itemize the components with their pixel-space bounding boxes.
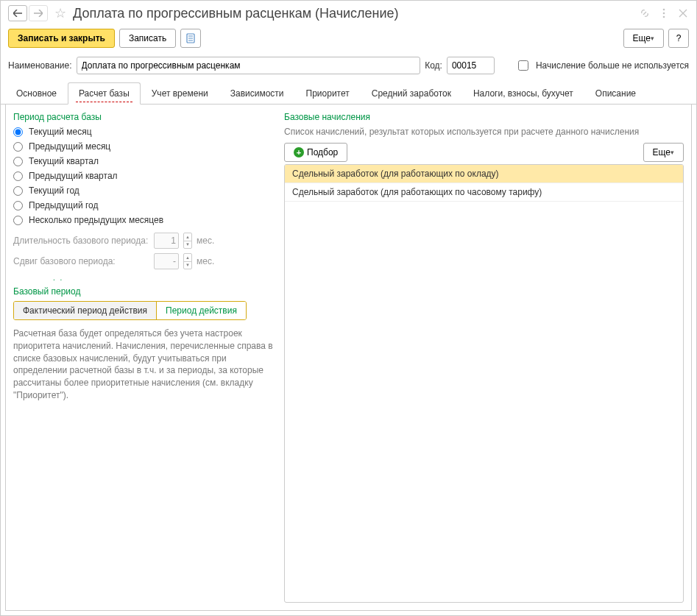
tab-avg[interactable]: Средний заработок	[361, 82, 462, 105]
svg-point-0	[663, 9, 665, 11]
length-input[interactable]	[154, 233, 179, 249]
length-param-row: Длительность базового периода: ▲▼ мес.	[13, 233, 275, 249]
length-unit: мес.	[197, 236, 214, 246]
base-period-toggle: Фактический период действия Период дейст…	[13, 301, 247, 320]
right-column: Базовые начисления Список начислений, ре…	[284, 112, 684, 603]
dotted-separator: . .	[53, 274, 275, 282]
tabs: Основное Расчет базы Учет времени Зависи…	[1, 82, 696, 105]
tab-desc[interactable]: Описание	[584, 82, 647, 105]
tab-time[interactable]: Учет времени	[141, 82, 219, 105]
kebab-menu-icon[interactable]	[658, 7, 670, 19]
help-text: Расчетная база будет определяться без уч…	[13, 328, 275, 402]
close-icon[interactable]	[677, 7, 689, 19]
shift-unit: мес.	[197, 256, 214, 266]
name-input[interactable]	[77, 57, 421, 74]
tab-main[interactable]: Основное	[5, 82, 68, 105]
window-title: Доплата по прогрессивным расценкам (Начи…	[73, 6, 634, 21]
shift-input[interactable]	[154, 253, 179, 269]
content-area: Период расчета базы Текущий месяц Предыд…	[5, 105, 692, 611]
base-period-header: Базовый период	[13, 286, 275, 297]
base-accruals-desc: Список начислений, результат которых исп…	[284, 127, 684, 137]
form-header-row: Наименование: Код: Начисление больше не …	[1, 54, 696, 82]
pick-button[interactable]: + Подбор	[284, 143, 347, 162]
radio-several-months[interactable]: Несколько предыдущих месяцев	[13, 215, 275, 225]
shift-param-row: Сдвиг базового периода: ▲▼ мес.	[13, 253, 275, 269]
svg-point-2	[663, 16, 665, 18]
length-label: Длительность базового периода:	[13, 236, 149, 246]
titlebar: ☆ Доплата по прогрессивным расценкам (На…	[1, 1, 696, 26]
tab-prio[interactable]: Приоритет	[295, 82, 361, 105]
more-button[interactable]: Еще	[623, 29, 664, 48]
radio-prev-quarter[interactable]: Предыдущий квартал	[13, 171, 275, 181]
name-label: Наименование:	[8, 60, 72, 71]
list-toolbar: + Подбор Еще	[284, 143, 684, 162]
left-column: Период расчета базы Текущий месяц Предыд…	[13, 112, 275, 603]
base-accruals-header: Базовые начисления	[284, 112, 684, 122]
plus-icon: +	[294, 147, 304, 157]
shift-label: Сдвиг базового периода:	[13, 256, 149, 266]
report-button[interactable]	[180, 29, 201, 48]
link-icon[interactable]	[639, 7, 651, 19]
favorite-star-icon[interactable]: ☆	[54, 5, 66, 21]
toolbar: Записать и закрыть Записать Еще ?	[1, 26, 696, 54]
code-label: Код:	[425, 60, 442, 71]
nav-back-button[interactable]	[8, 5, 27, 21]
toggle-validity-period[interactable]: Период действия	[156, 302, 246, 319]
svg-point-1	[663, 13, 665, 15]
save-and-close-button[interactable]: Записать и закрыть	[8, 29, 115, 48]
tab-base[interactable]: Расчет базы	[68, 82, 141, 105]
unused-label: Начисление больше не используется	[536, 60, 689, 71]
list-more-button[interactable]: Еще	[643, 143, 684, 162]
radio-current-quarter[interactable]: Текущий квартал	[13, 156, 275, 166]
tab-deps[interactable]: Зависимости	[219, 82, 295, 105]
radio-prev-year[interactable]: Предыдущий год	[13, 200, 275, 210]
list-item[interactable]: Сдельный заработок (для работающих по ча…	[285, 183, 683, 202]
period-header: Период расчета базы	[13, 112, 275, 122]
period-radio-list: Текущий месяц Предыдущий месяц Текущий к…	[13, 127, 275, 225]
radio-prev-month[interactable]: Предыдущий месяц	[13, 141, 275, 152]
list-item[interactable]: Сдельный заработок (для работающих по ок…	[285, 165, 683, 183]
shift-spinner[interactable]: ▲▼	[183, 253, 192, 269]
code-input[interactable]	[447, 57, 495, 74]
help-button[interactable]: ?	[668, 29, 689, 48]
toggle-actual-period[interactable]: Фактический период действия	[14, 302, 156, 319]
nav-buttons	[8, 5, 48, 21]
radio-current-month[interactable]: Текущий месяц	[13, 127, 275, 137]
tab-tax[interactable]: Налоги, взносы, бухучет	[462, 82, 584, 105]
accruals-list[interactable]: Сдельный заработок (для работающих по ок…	[284, 164, 684, 603]
unused-checkbox[interactable]	[518, 60, 528, 71]
length-spinner[interactable]: ▲▼	[183, 233, 192, 249]
nav-forward-button[interactable]	[29, 5, 48, 21]
save-button[interactable]: Записать	[119, 29, 176, 48]
radio-current-year[interactable]: Текущий год	[13, 185, 275, 196]
